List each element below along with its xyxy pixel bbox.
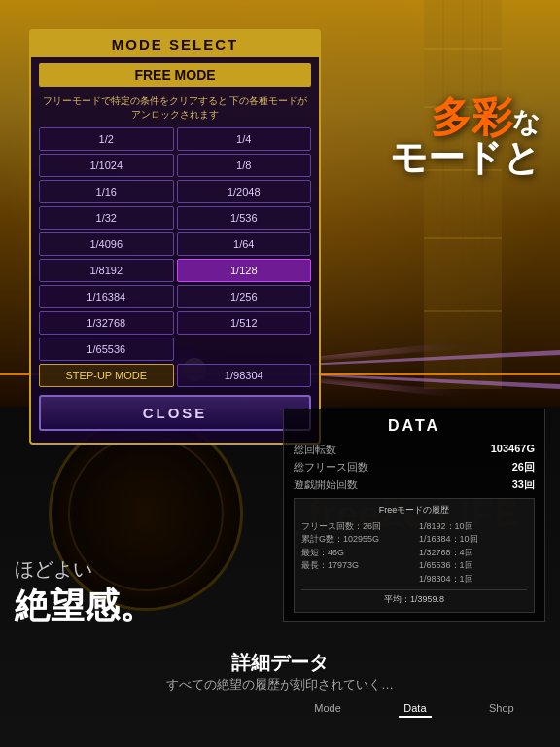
history-title: Freeモードの履歴	[301, 504, 527, 517]
overlay-line2: モードと	[390, 138, 541, 179]
left-jp-line2: 絶望感。	[15, 583, 155, 630]
mode-btn-1-2[interactable]: 1/2	[39, 127, 174, 151]
mode-grid: 1/2 1/4 1/1024 1/8 1/16 1/2048 1/32 1/53…	[31, 127, 319, 361]
step-up-mode-btn[interactable]: STEP-UP MODE	[39, 364, 174, 387]
mode-btn-1-536[interactable]: 1/536	[177, 206, 312, 230]
data-title: DATA	[294, 417, 535, 435]
left-jp-text: ほどよい 絶望感。	[15, 556, 155, 630]
mode-btn-1-98304[interactable]: 1/98304	[177, 364, 312, 387]
history-item-1: 累計G数：102955G	[301, 533, 409, 547]
history-item-2: 最短：46G	[301, 547, 409, 560]
overlay-line1-particle: な	[512, 107, 541, 137]
mode-btn-1-65536[interactable]: 1/65536	[39, 338, 174, 361]
mode-btn-1-32[interactable]: 1/32	[39, 206, 174, 230]
history-columns: フリース回数：26回 累計G数：102955G 最短：46G 最長：17973G…	[301, 520, 527, 587]
nav-data[interactable]: Data	[399, 700, 431, 718]
history-col-right: 1/8192：10回 1/16384：10回 1/32768：4回 1/6553…	[419, 520, 527, 587]
nav-shop[interactable]: Shop	[484, 700, 519, 718]
history-item-3: 最長：17973G	[301, 559, 409, 573]
history-average: 平均：1/3959.8	[301, 589, 527, 607]
mode-btn-1-128[interactable]: 1/128	[177, 259, 312, 282]
mode-label: FREE MODE	[39, 63, 311, 87]
bottom-line2: すべての絶望の履歴が刻印されていく…	[0, 676, 560, 694]
data-label-free-count: 総フリース回数	[294, 460, 368, 475]
mode-btn-1-8192[interactable]: 1/8192	[39, 259, 174, 282]
fretboard-decoration	[366, 0, 560, 389]
mode-btn-1-512[interactable]: 1/512	[177, 311, 312, 335]
data-label-total-spins: 総回転数	[294, 443, 336, 457]
history-right-4: 1/98304：1回	[419, 573, 527, 587]
mode-btn-1-16384[interactable]: 1/16384	[39, 285, 174, 308]
mode-btn-1-2048[interactable]: 1/2048	[177, 180, 312, 203]
bottom-line1: 詳細データ	[0, 650, 560, 676]
data-row-total-spins: 総回転数 103467G	[294, 443, 535, 457]
mode-select-modal: MODE SELECT FREE MODE フリーモードで特定の条件をクリアする…	[29, 29, 321, 445]
mode-btn-1-4096[interactable]: 1/4096	[39, 232, 174, 256]
step-up-row: STEP-UP MODE 1/98304	[31, 361, 319, 387]
history-box: Freeモードの履歴 フリース回数：26回 累計G数：102955G 最短：46…	[294, 498, 535, 613]
data-panel: freeZe LIFE DATA 総回転数 103467G 総フリース回数 26…	[283, 409, 545, 622]
overlay-line1: 多彩な	[390, 97, 541, 138]
mode-btn-1-16[interactable]: 1/16	[39, 180, 174, 203]
mode-btn-1-256[interactable]: 1/256	[177, 285, 312, 308]
data-value-free-count: 26回	[512, 460, 535, 475]
mode-btn-1-32768[interactable]: 1/32768	[39, 311, 174, 335]
history-right-3: 1/65536：1回	[419, 559, 527, 573]
history-right-2: 1/32768：4回	[419, 547, 527, 560]
mode-btn-1-4[interactable]: 1/4	[177, 127, 312, 151]
data-row-free-count: 総フリース回数 26回	[294, 460, 535, 475]
history-col-left: フリース回数：26回 累計G数：102955G 最短：46G 最長：17973G	[301, 520, 409, 587]
close-button[interactable]: CLOSE	[39, 395, 311, 431]
history-right-1: 1/16384：10回	[419, 533, 527, 547]
bottom-description: 詳細データ すべての絶望の履歴が刻印されていく…	[0, 650, 560, 694]
history-right-0: 1/8192：10回	[419, 520, 527, 534]
history-item-0: フリース回数：26回	[301, 520, 409, 534]
bottom-navigation: Mode Data Shop	[283, 700, 545, 718]
data-value-total-spins: 103467G	[491, 443, 535, 457]
data-row-game-starts: 遊戯開始回数 33回	[294, 478, 535, 492]
data-value-game-starts: 33回	[512, 478, 535, 492]
nav-mode[interactable]: Mode	[309, 700, 346, 718]
modal-description: フリーモードで特定の条件をクリアすると 下の各種モードがアンロックされます	[31, 92, 319, 127]
mode-btn-1-64[interactable]: 1/64	[177, 232, 312, 256]
data-label-game-starts: 遊戯開始回数	[294, 478, 358, 492]
overlay-text-top: 多彩な モードと	[390, 97, 541, 179]
modal-title: MODE SELECT	[31, 31, 319, 57]
mode-btn-1-8[interactable]: 1/8	[177, 154, 312, 177]
mode-btn-1-1024[interactable]: 1/1024	[39, 154, 174, 177]
overlay-line1-kanji: 多彩	[431, 94, 512, 140]
left-jp-line1: ほどよい	[15, 556, 155, 583]
